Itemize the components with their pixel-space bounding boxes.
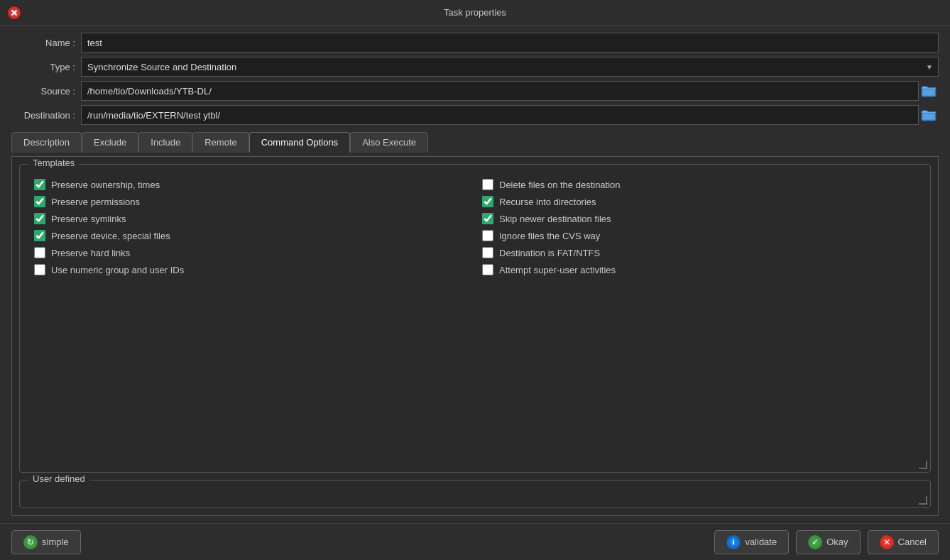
checkbox-preserve-symlinks[interactable]: Preserve symlinks — [34, 213, 468, 224]
checkbox-skip-newer-label: Skip newer destination files — [499, 214, 611, 224]
templates-section: Templates Preserve ownership, times Dele… — [19, 164, 931, 473]
source-label: Source : — [11, 86, 75, 97]
checkbox-delete-files-label: Delete files on the destination — [499, 180, 621, 190]
validate-button[interactable]: ℹ validate — [714, 530, 789, 554]
checkbox-preserve-ownership-label: Preserve ownership, times — [51, 180, 160, 190]
close-button[interactable] — [7, 6, 21, 20]
checkbox-preserve-ownership-input[interactable] — [34, 179, 45, 190]
user-defined-section: User defined — [19, 480, 931, 508]
checkbox-preserve-device-label: Preserve device, special files — [51, 231, 170, 241]
folder-icon — [921, 84, 937, 97]
window: Task properties Name : Type : Synchroniz… — [0, 0, 950, 560]
tab-content: Templates Preserve ownership, times Dele… — [11, 156, 939, 516]
okay-icon: ✓ — [808, 535, 822, 549]
destination-input-group — [81, 105, 939, 125]
validate-label: validate — [745, 537, 777, 547]
validate-icon: ℹ — [726, 535, 741, 549]
user-defined-corner — [919, 496, 927, 505]
okay-button[interactable]: ✓ Okay — [796, 530, 860, 554]
simple-button[interactable]: ↻ simple — [11, 530, 81, 554]
checkbox-skip-newer-input[interactable] — [482, 213, 493, 224]
checkbox-preserve-symlinks-input[interactable] — [34, 213, 45, 224]
source-input-group — [81, 81, 939, 101]
footer-right: ℹ validate ✓ Okay ✕ Cancel — [714, 530, 939, 554]
checkbox-preserve-hard-links-label: Preserve hard links — [51, 248, 130, 258]
type-select[interactable]: Synchronize Source and Destination Copy … — [81, 57, 939, 77]
tab-include[interactable]: Include — [138, 132, 192, 153]
cancel-label: Cancel — [898, 537, 927, 547]
name-input[interactable] — [81, 33, 939, 53]
checkbox-recurse-dirs-input[interactable] — [482, 196, 493, 207]
tab-exclude[interactable]: Exclude — [82, 132, 138, 153]
okay-label: Okay — [826, 537, 848, 547]
footer: ↻ simple ℹ validate ✓ Okay ✕ Cancel — [0, 523, 950, 560]
checkbox-preserve-symlinks-label: Preserve symlinks — [51, 214, 126, 224]
type-label: Type : — [11, 62, 75, 72]
tab-description[interactable]: Description — [11, 132, 82, 153]
checkbox-dest-fat-ntfs-label: Destination is FAT/NTFS — [499, 248, 600, 258]
checkbox-super-user[interactable]: Attempt super-user activities — [482, 264, 916, 275]
tab-also-execute[interactable]: Also Execute — [350, 132, 428, 153]
name-label: Name : — [11, 38, 75, 48]
checkbox-skip-newer[interactable]: Skip newer destination files — [482, 213, 916, 224]
destination-folder-button[interactable] — [919, 105, 939, 125]
source-row: Source : — [11, 81, 939, 101]
name-row: Name : — [11, 33, 939, 53]
checkbox-preserve-hard-links-input[interactable] — [34, 247, 45, 258]
type-select-wrapper: Synchronize Source and Destination Copy … — [81, 57, 939, 77]
checkbox-preserve-ownership[interactable]: Preserve ownership, times — [34, 179, 468, 190]
checkbox-dest-fat-ntfs[interactable]: Destination is FAT/NTFS — [482, 247, 916, 258]
source-folder-button[interactable] — [919, 81, 939, 101]
checkbox-preserve-permissions-input[interactable] — [34, 196, 45, 207]
checkbox-super-user-label: Attempt super-user activities — [499, 265, 616, 275]
type-row: Type : Synchronize Source and Destinatio… — [11, 57, 939, 77]
source-input[interactable] — [81, 81, 919, 101]
templates-title: Templates — [28, 158, 79, 168]
checkbox-delete-files-input[interactable] — [482, 179, 493, 190]
checkbox-preserve-permissions[interactable]: Preserve permissions — [34, 196, 468, 207]
sync-icon: ↻ — [23, 535, 38, 549]
checkbox-use-numeric-ids-input[interactable] — [34, 264, 45, 275]
window-title: Task properties — [444, 7, 506, 18]
checkbox-use-numeric-ids-label: Use numeric group and user IDs — [51, 265, 184, 275]
checkbox-preserve-hard-links[interactable]: Preserve hard links — [34, 247, 468, 258]
checkbox-super-user-input[interactable] — [482, 264, 493, 275]
checkbox-ignore-cvs[interactable]: Ignore files the CVS way — [482, 230, 916, 241]
checkbox-use-numeric-ids[interactable]: Use numeric group and user IDs — [34, 264, 468, 275]
tab-remote[interactable]: Remote — [192, 132, 249, 153]
folder-icon-dest — [921, 109, 937, 121]
cancel-button[interactable]: ✕ Cancel — [868, 530, 939, 554]
svg-rect-1 — [923, 89, 934, 95]
checkbox-ignore-cvs-input[interactable] — [482, 230, 493, 241]
tab-command-options[interactable]: Command Options — [249, 132, 350, 153]
destination-row: Destination : — [11, 105, 939, 125]
destination-input[interactable] — [81, 105, 919, 125]
checkbox-ignore-cvs-label: Ignore files the CVS way — [499, 231, 600, 241]
checkbox-recurse-dirs[interactable]: Recurse into directories — [482, 196, 916, 207]
checkbox-preserve-device-input[interactable] — [34, 230, 45, 241]
checkbox-dest-fat-ntfs-input[interactable] — [482, 247, 493, 258]
svg-rect-3 — [923, 114, 934, 119]
cancel-icon: ✕ — [880, 535, 894, 549]
user-defined-title: User defined — [28, 473, 89, 484]
checkbox-delete-files[interactable]: Delete files on the destination — [482, 179, 916, 190]
tabs-bar: Description Exclude Include Remote Comma… — [11, 132, 939, 153]
simple-label: simple — [42, 537, 69, 547]
checkbox-preserve-permissions-label: Preserve permissions — [51, 197, 140, 207]
main-content: Name : Type : Synchronize Source and Des… — [0, 26, 950, 523]
checkbox-recurse-dirs-label: Recurse into directories — [499, 197, 596, 207]
destination-label: Destination : — [11, 110, 75, 121]
footer-left: ↻ simple — [11, 530, 81, 554]
titlebar: Task properties — [0, 0, 950, 26]
templates-section-corner — [919, 461, 927, 469]
checkboxes-grid: Preserve ownership, times Delete files o… — [20, 165, 930, 290]
checkbox-preserve-device[interactable]: Preserve device, special files — [34, 230, 468, 241]
